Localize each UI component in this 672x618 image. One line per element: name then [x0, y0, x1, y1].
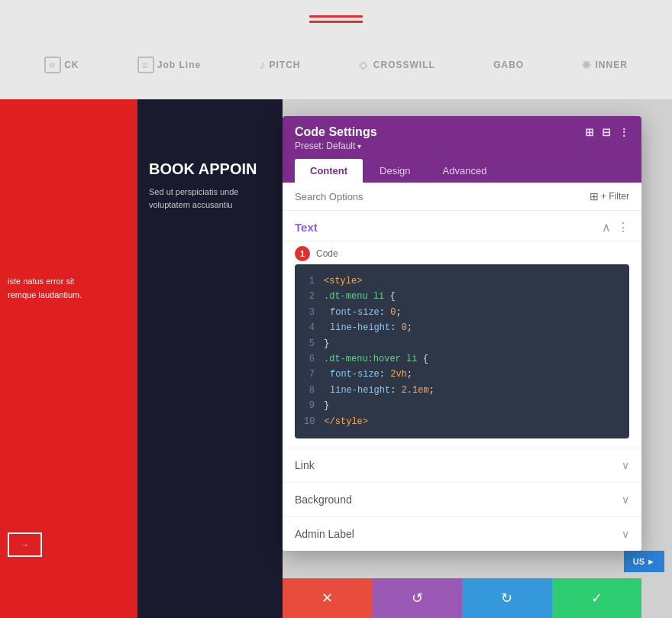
panel-header: Code Settings ⊞ ⊟ ⋮ Preset: Default ▾ [283, 116, 641, 159]
text-section-more-icon[interactable]: ⋮ [617, 220, 629, 235]
text-section-title: Text [295, 221, 318, 234]
text-section-header: Text ∧ ⋮ [283, 211, 641, 241]
background-section[interactable]: Background ∨ [283, 482, 641, 516]
red-arrow-button[interactable]: → [8, 532, 42, 557]
red-section-text: iste natus error sit remque laudantium. [8, 275, 82, 302]
bottom-toolbar: ✕ ↺ ↻ ✓ [283, 578, 641, 618]
undo-icon: ↺ [412, 590, 423, 607]
panel-title-icons: ⊞ ⊟ ⋮ [585, 126, 629, 138]
red-line-2 [309, 21, 363, 23]
dark-section-text: BOOK APPOIN Sed ut perspiciatis unde vol… [137, 99, 283, 222]
settings-panel: Code Settings ⊞ ⊟ ⋮ Preset: Default ▾ Co… [283, 116, 641, 551]
code-line-2: 2 .dt-menu li { [304, 289, 620, 304]
logo-jobline: ◫ Job Line [137, 57, 201, 73]
red-lines-decoration [305, 15, 367, 28]
tab-design[interactable]: Design [364, 159, 425, 183]
search-input[interactable] [295, 191, 590, 202]
panel-body: Text ∧ ⋮ 1 Code 1 <style> 2 .dt-menu li … [283, 211, 641, 551]
code-line-10: 10 </style> [304, 414, 620, 429]
code-line-6: 6 .dt-menu:hover li { [304, 351, 620, 367]
tab-content[interactable]: Content [295, 159, 363, 183]
code-label: Code [316, 248, 338, 259]
code-line-4: 4 line-height: 0; [304, 320, 620, 335]
save-button[interactable]: ✓ [552, 578, 642, 618]
code-line-5: 5 } [304, 336, 620, 351]
text-section-controls: ∧ ⋮ [602, 220, 629, 235]
collapse-text-icon[interactable]: ∧ [602, 220, 611, 235]
code-label-row: 1 Code [283, 241, 641, 264]
code-badge: 1 [295, 246, 310, 261]
logo-gabo: GABO [493, 60, 524, 70]
preset-caret: ▾ [357, 142, 361, 150]
panel-tabs: Content Design Advanced [283, 159, 641, 183]
logo-crosswill: ◇ CROSSWILL [359, 59, 435, 71]
panel-title-row: Code Settings ⊞ ⊟ ⋮ [295, 125, 629, 139]
cancel-button[interactable]: ✕ [283, 578, 373, 618]
code-line-3: 3 font-size: 0; [304, 305, 620, 320]
logo-inner: ❋ INNER [582, 59, 627, 71]
top-bar [0, 15, 672, 28]
logo-bar: ⊡ CK ◫ Job Line ♪ PITCH ◇ CROSSWILL GABO… [0, 46, 672, 84]
redo-button[interactable]: ↻ [462, 578, 552, 618]
search-bar: ⊞ + Filter [283, 183, 641, 211]
background-chevron-icon: ∨ [622, 493, 629, 506]
redo-icon: ↻ [501, 590, 512, 607]
expand-icon[interactable]: ⊞ [585, 126, 594, 138]
logo-ck: ⊡ CK [44, 57, 79, 73]
cancel-icon: ✕ [321, 590, 333, 607]
section-dark: BOOK APPOIN Sed ut perspiciatis unde vol… [137, 99, 283, 618]
red-line-1 [309, 15, 363, 18]
blue-action-button[interactable]: US ► [624, 551, 664, 572]
admin-label-section-title: Admin Label [295, 528, 354, 540]
undo-button[interactable]: ↺ [373, 578, 463, 618]
link-chevron-icon: ∨ [622, 459, 629, 471]
code-line-7: 7 font-size: 2vh; [304, 367, 620, 382]
code-editor[interactable]: 1 <style> 2 .dt-menu li { 3 font-size: 0… [295, 264, 629, 438]
link-section-title: Link [295, 459, 315, 471]
code-line-9: 9 } [304, 398, 620, 413]
panel-preset[interactable]: Preset: Default ▾ [295, 141, 629, 151]
tab-advanced[interactable]: Advanced [428, 159, 502, 183]
columns-icon[interactable]: ⊟ [602, 126, 611, 138]
code-line-1: 1 <style> [304, 273, 620, 289]
filter-button[interactable]: ⊞ + Filter [590, 190, 629, 202]
link-section[interactable]: Link ∨ [283, 448, 641, 482]
more-options-icon[interactable]: ⋮ [619, 126, 629, 138]
logo-pitch: ♪ PITCH [260, 58, 301, 72]
code-line-8: 8 line-height: 2.1em; [304, 383, 620, 398]
panel-title-text: Code Settings [295, 125, 377, 139]
admin-label-chevron-icon: ∨ [622, 528, 629, 540]
section-red: iste natus error sit remque laudantium. … [0, 99, 137, 618]
save-icon: ✓ [591, 590, 603, 607]
filter-icon: ⊞ [590, 190, 599, 202]
admin-label-section[interactable]: Admin Label ∨ [283, 516, 641, 551]
background-section-title: Background [295, 493, 352, 506]
